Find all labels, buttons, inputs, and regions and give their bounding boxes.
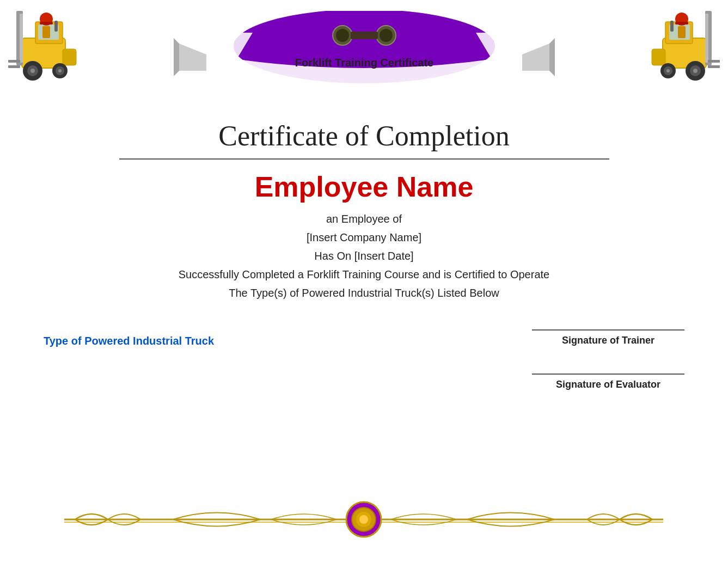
svg-rect-5 [42, 26, 50, 38]
trainer-signature-section: Signature of Trainer [532, 329, 684, 346]
svg-point-38 [693, 69, 698, 73]
evaluator-signature-section: Signature of Evaluator [532, 374, 684, 390]
lower-section: Type of Powered Industrial Truck Signatu… [0, 335, 728, 390]
evaluator-sig-label: Signature of Evaluator [556, 379, 660, 390]
header-area: Forklift Training Certificate [0, 0, 728, 109]
svg-rect-33 [708, 60, 720, 63]
evaluator-sig-line [532, 374, 684, 375]
line-company: [Insert Company Name] [179, 228, 549, 247]
line-truck-types: The Type(s) of Powered Industrial Truck(… [179, 284, 549, 302]
svg-point-16 [58, 69, 62, 72]
title-divider [119, 158, 609, 160]
truck-type-label: Type of Powered Industrial Truck [44, 335, 214, 347]
svg-rect-4 [40, 22, 53, 25]
employee-name: Employee Name [255, 170, 474, 203]
signatures-section: Signature of Trainer Signature of Evalua… [532, 335, 684, 390]
svg-point-20 [336, 29, 349, 42]
svg-rect-10 [63, 49, 76, 65]
svg-rect-32 [705, 14, 708, 63]
certificate-title: Certificate of Completion [218, 120, 509, 152]
line-completed: Successfully Completed a Forklift Traini… [179, 265, 549, 284]
svg-rect-17 [54, 21, 58, 32]
certificate-container: Forklift Training Certificate [0, 0, 728, 563]
svg-rect-29 [675, 22, 688, 25]
bottom-decoration [36, 498, 692, 541]
svg-point-22 [380, 29, 393, 42]
svg-rect-42 [670, 21, 674, 32]
line-employee-of: an Employee of [179, 210, 549, 228]
banner-ribbon: Forklift Training Certificate [174, 11, 555, 98]
svg-point-41 [666, 69, 670, 72]
svg-rect-9 [8, 65, 20, 68]
trainer-sig-label: Signature of Trainer [562, 335, 654, 346]
svg-rect-23 [351, 32, 378, 39]
forklift-right-icon [646, 5, 723, 93]
svg-text:Forklift Training Certificate: Forklift Training Certificate [295, 57, 433, 69]
trainer-sig-line [532, 329, 684, 331]
svg-point-48 [359, 515, 368, 524]
svg-rect-8 [8, 60, 20, 63]
body-text: an Employee of [Insert Company Name] Has… [179, 210, 549, 302]
svg-rect-30 [678, 26, 686, 38]
truck-type-section: Type of Powered Industrial Truck [44, 335, 214, 347]
main-content: Certificate of Completion Employee Name … [0, 109, 728, 302]
svg-point-13 [30, 69, 35, 73]
svg-rect-35 [652, 49, 665, 65]
svg-rect-34 [708, 65, 720, 68]
line-date: Has On [Insert Date] [179, 247, 549, 265]
svg-rect-7 [20, 14, 23, 63]
forklift-left-icon [5, 5, 82, 93]
